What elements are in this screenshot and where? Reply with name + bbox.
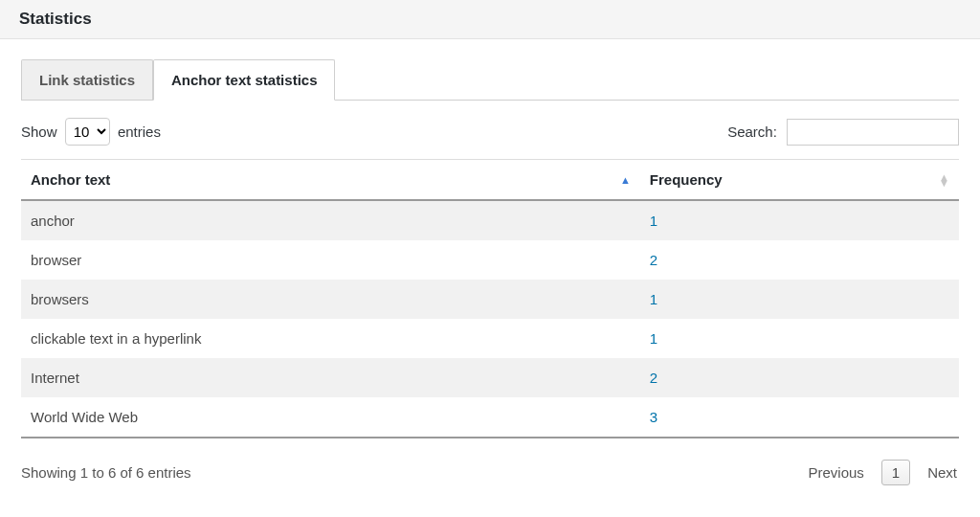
table-row: clickable text in a hyperlink 1 <box>21 319 959 358</box>
cell-anchor: Internet <box>21 358 640 397</box>
tab-link-statistics[interactable]: Link statistics <box>21 59 153 100</box>
cell-anchor: World Wide Web <box>21 397 640 438</box>
column-anchor-text-label: Anchor text <box>31 171 110 188</box>
tabs: Link statistics Anchor text statistics <box>21 58 959 101</box>
previous-button[interactable]: Previous <box>806 461 865 484</box>
frequency-link[interactable]: 2 <box>650 252 657 268</box>
cell-anchor: browser <box>21 240 640 280</box>
column-frequency[interactable]: Frequency ▲▼ <box>640 160 959 201</box>
sort-icon: ▲▼ <box>939 174 949 186</box>
statistics-table: Anchor text ▲ Frequency ▲▼ anchor 1 <box>21 159 959 438</box>
sort-icon: ▲ <box>620 177 631 183</box>
entries-prefix: Show <box>21 124 57 140</box>
entries-select[interactable]: 10 <box>65 118 110 146</box>
search-input[interactable] <box>787 119 959 146</box>
pagination: Previous 1 Next <box>806 460 959 485</box>
search-label: Search: <box>727 123 777 139</box>
frequency-link[interactable]: 3 <box>650 409 657 425</box>
column-anchor-text[interactable]: Anchor text ▲ <box>21 160 640 201</box>
next-button[interactable]: Next <box>925 461 959 484</box>
table-row: Internet 2 <box>21 358 959 397</box>
panel-title: Statistics <box>0 0 980 39</box>
frequency-link[interactable]: 1 <box>650 330 657 347</box>
table-row: browsers 1 <box>21 280 959 319</box>
entries-length: Show 10 entries <box>21 118 161 146</box>
frequency-link[interactable]: 1 <box>650 213 657 229</box>
cell-anchor: anchor <box>21 200 640 240</box>
column-frequency-label: Frequency <box>650 171 723 188</box>
table-info: Showing 1 to 6 of 6 entries <box>21 464 191 481</box>
panel-body: Link statistics Anchor text statistics S… <box>0 39 980 497</box>
search-wrap: Search: <box>727 119 959 146</box>
cell-anchor: clickable text in a hyperlink <box>21 319 640 358</box>
tab-anchor-text-statistics[interactable]: Anchor text statistics <box>153 59 336 101</box>
frequency-link[interactable]: 1 <box>650 291 657 307</box>
entries-suffix: entries <box>118 124 161 140</box>
table-row: browser 2 <box>21 240 959 280</box>
table-controls: Show 10 entries Search: <box>21 101 959 159</box>
cell-anchor: browsers <box>21 280 640 319</box>
page-number-current[interactable]: 1 <box>881 460 910 485</box>
frequency-link[interactable]: 2 <box>650 370 657 386</box>
table-row: anchor 1 <box>21 200 959 240</box>
table-footer: Showing 1 to 6 of 6 entries Previous 1 N… <box>21 438 959 485</box>
table-row: World Wide Web 3 <box>21 397 959 438</box>
